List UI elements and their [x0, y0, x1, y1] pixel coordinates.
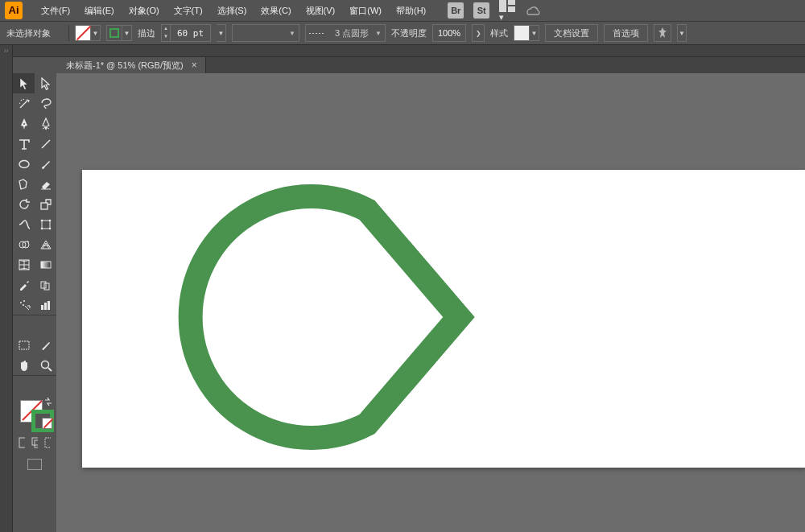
menu-edit[interactable]: 编辑(E) — [77, 0, 122, 21]
dock-tabstrip — [13, 45, 805, 57]
sync-icon[interactable] — [525, 5, 541, 16]
curvature-tool[interactable] — [35, 113, 56, 134]
svg-rect-22 — [44, 303, 47, 310]
menu-file[interactable]: 文件(F) — [34, 0, 77, 21]
document-tabs: 未标题-1* @ 51% (RGB/预览) × — [56, 57, 805, 73]
swap-fill-stroke-icon[interactable] — [43, 397, 53, 408]
chevron-down-icon[interactable]: ▼ — [677, 24, 687, 42]
step-up-icon[interactable]: ▲ — [162, 25, 170, 33]
brush-stroke-thumb-icon — [309, 27, 330, 39]
menu-window[interactable]: 窗口(W) — [342, 0, 389, 21]
svg-point-10 — [40, 227, 43, 229]
hand-tool[interactable] — [13, 355, 35, 375]
pin-control-icon[interactable] — [654, 24, 671, 42]
stroke-color-icon — [106, 25, 122, 41]
free-transform-tool[interactable] — [35, 214, 56, 234]
menu-object[interactable]: 对象(O) — [122, 0, 167, 21]
fill-none-icon — [75, 25, 91, 41]
svg-rect-7 — [42, 221, 50, 229]
svg-rect-27 — [19, 438, 25, 447]
chevron-down-icon: ▼ — [370, 30, 382, 37]
opacity-input[interactable] — [432, 24, 466, 42]
panel-dock-strip[interactable]: ›› — [0, 45, 13, 532]
svg-rect-17 — [44, 283, 49, 290]
svg-point-25 — [41, 361, 48, 368]
eyedropper-tool[interactable] — [13, 274, 35, 295]
perspective-grid-tool[interactable] — [35, 234, 56, 254]
svg-rect-21 — [41, 305, 43, 310]
zoom-tool[interactable] — [35, 355, 56, 375]
chevron-down-icon[interactable]: ▼ — [217, 24, 226, 42]
artboard[interactable] — [82, 170, 805, 468]
scale-tool[interactable] — [35, 194, 56, 214]
slice-tool[interactable] — [35, 335, 56, 355]
stroke-weight-input[interactable] — [171, 24, 211, 42]
separator — [68, 25, 69, 41]
canvas-area[interactable] — [56, 73, 805, 532]
svg-rect-24 — [19, 341, 29, 349]
style-thumb-icon — [514, 25, 530, 41]
document-setup-button[interactable]: 文档设置 — [545, 24, 598, 42]
opacity-label: 不透明度 — [391, 27, 427, 39]
shape-builder-tool[interactable] — [13, 234, 35, 254]
selection-tool[interactable] — [13, 73, 35, 93]
menu-type[interactable]: 文字(T) — [167, 0, 210, 21]
screen-mode-icon[interactable] — [27, 459, 42, 470]
lasso-tool[interactable] — [35, 93, 56, 113]
chevron-down-icon: ▼ — [122, 25, 132, 41]
eraser-tool[interactable] — [35, 174, 56, 194]
screen-mode-row — [13, 456, 56, 475]
close-icon[interactable]: × — [192, 57, 197, 73]
magic-wand-tool[interactable] — [13, 93, 35, 113]
paintbrush-tool[interactable] — [35, 154, 56, 174]
stroke-swatch[interactable]: ▼ — [106, 25, 132, 41]
stroke-weight-stepper[interactable]: ▲▼ — [161, 24, 211, 42]
stock-icon[interactable]: St — [473, 2, 489, 19]
teardrop-shape-icon — [82, 170, 485, 476]
document-tab-title: 未标题-1* @ 51% (RGB/预览) — [66, 57, 184, 73]
menu-help[interactable]: 帮助(H) — [389, 0, 433, 21]
chevron-down-icon: ▼ — [530, 25, 539, 41]
svg-rect-6 — [41, 203, 47, 209]
arrange-documents-icon[interactable]: ▾ — [499, 0, 515, 23]
pen-tool[interactable] — [13, 113, 35, 134]
line-segment-tool[interactable] — [35, 134, 56, 154]
menu-select[interactable]: 选择(S) — [210, 0, 254, 21]
opacity-more-icon[interactable]: ❯ — [472, 24, 485, 42]
symbol-sprayer-tool[interactable] — [13, 295, 35, 315]
bridge-icon[interactable]: Br — [448, 2, 464, 19]
width-tool[interactable] — [13, 214, 35, 234]
variable-width-profile-select[interactable]: ▼ — [232, 24, 299, 42]
ellipse-tool[interactable] — [13, 154, 35, 174]
svg-point-3 — [23, 123, 25, 125]
menu-effect[interactable]: 效果(C) — [254, 0, 298, 21]
svg-point-20 — [23, 304, 24, 306]
gradient-tool[interactable] — [35, 254, 56, 274]
shaper-tool[interactable] — [13, 174, 35, 194]
preferences-button[interactable]: 首选项 — [604, 24, 648, 42]
svg-rect-23 — [47, 301, 50, 310]
direct-selection-tool[interactable] — [35, 73, 56, 93]
menu-view[interactable]: 视图(V) — [299, 0, 343, 21]
draw-normal-icon[interactable] — [19, 437, 25, 448]
graphic-style-select[interactable]: ▼ — [514, 25, 539, 41]
brush-definition-select[interactable]: 3 点圆形 ▼ — [305, 24, 386, 42]
none-mode-icon[interactable] — [42, 418, 52, 429]
rotate-tool[interactable] — [13, 194, 35, 214]
svg-rect-30 — [45, 438, 51, 447]
control-bar: 未选择对象 ▼ ▼ 描边 ▲▼ ▼ ▼ 3 点圆形 ▼ 不透明度 ❯ 样式 ▼ … — [0, 21, 805, 45]
svg-rect-0 — [499, 0, 506, 12]
fill-swatch[interactable]: ▼ — [75, 25, 101, 41]
column-graph-tool[interactable] — [35, 295, 56, 315]
draw-behind-icon[interactable] — [31, 437, 38, 448]
draw-inside-icon[interactable] — [44, 437, 51, 448]
stroke-label: 描边 — [138, 27, 155, 39]
artboard-tool[interactable] — [13, 335, 35, 355]
blend-tool[interactable] — [35, 274, 56, 295]
step-down-icon[interactable]: ▼ — [162, 33, 170, 41]
document-tab[interactable]: 未标题-1* @ 51% (RGB/预览) × — [56, 57, 206, 73]
mesh-tool[interactable] — [13, 254, 35, 274]
selection-status: 未选择对象 — [6, 27, 63, 39]
type-tool[interactable] — [13, 134, 35, 154]
chevron-down-icon: ▼ — [284, 30, 295, 37]
